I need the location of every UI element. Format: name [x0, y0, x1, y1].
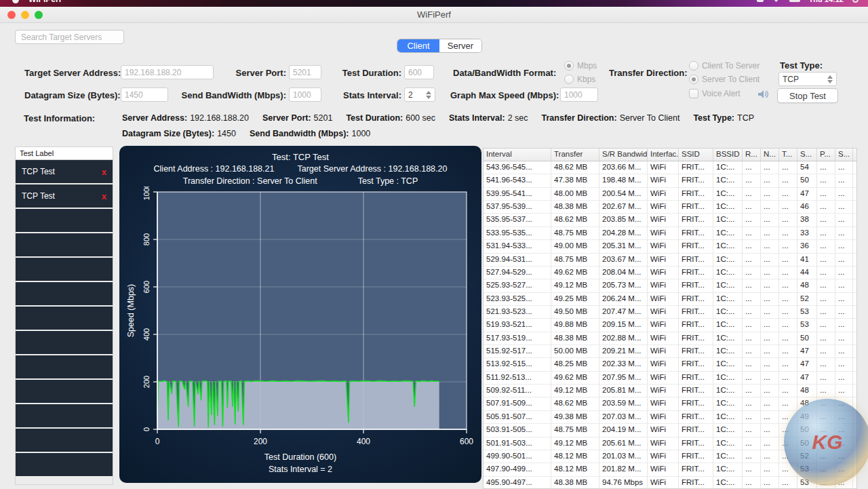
table-cell: 539.95-541... — [484, 188, 551, 200]
battery-icon[interactable] — [789, 0, 800, 2]
table-cell: ... — [743, 188, 761, 200]
table-cell: ... — [743, 411, 761, 423]
stats-interval-stepper-icon[interactable] — [423, 91, 431, 99]
table-cell: 47.38 MB — [551, 174, 599, 187]
table-cell: WiFi — [648, 424, 679, 436]
table-cell: ... — [835, 372, 853, 384]
server-port-field[interactable]: 5201 — [289, 65, 321, 79]
svg-text:Speed (Mbps): Speed (Mbps) — [126, 284, 136, 338]
remove-test-icon[interactable]: x — [102, 191, 106, 201]
radio-kbps[interactable] — [564, 75, 574, 84]
tab-client[interactable]: Client — [397, 39, 439, 52]
table-cell: ... — [779, 358, 797, 370]
radio-server-to-client[interactable] — [689, 75, 698, 84]
search-input[interactable] — [15, 30, 124, 44]
remove-test-icon[interactable]: x — [102, 167, 106, 177]
table-cell: ... — [817, 319, 835, 331]
graph-max-speed-field[interactable]: 1000 — [560, 87, 598, 102]
table-cell: 48.38 MB — [551, 332, 599, 345]
test-list-empty-row — [16, 429, 113, 453]
table-cell: 1C:... — [713, 437, 743, 450]
table-header-cell[interactable]: Interval — [484, 149, 551, 161]
table-cell: 47 — [797, 188, 817, 200]
table-cell: 50.00 MB — [551, 345, 599, 357]
table-cell: FRIT... — [679, 358, 713, 370]
table-header-row: IntervalTransferS/R BandwidthInterfac...… — [484, 149, 856, 161]
datagram-size-field[interactable]: 1450 — [121, 87, 168, 102]
table-cell: ... — [817, 214, 835, 226]
test-duration-field[interactable]: 600 — [404, 65, 434, 79]
test-list-item[interactable]: TCP Testx — [16, 160, 113, 184]
table-cell: ... — [835, 254, 853, 266]
spotlight-icon[interactable] — [852, 0, 859, 3]
radio-mbps[interactable] — [564, 61, 574, 71]
test-info-pair: Server Address:192.168.188.20 — [122, 113, 249, 123]
table-header-cell[interactable]: Transfer — [551, 149, 599, 161]
table-cell: 1C:... — [713, 161, 743, 174]
table-cell: ... — [761, 306, 779, 318]
voice-alert-label: Voice Alert — [702, 89, 741, 98]
table-cell: WiFi — [648, 214, 679, 226]
table-cell: ... — [779, 332, 797, 345]
menu-bar-app-name[interactable]: WiFiPerf — [28, 0, 62, 4]
table-cell: ... — [761, 319, 779, 331]
table-cell: 1C:... — [713, 254, 743, 266]
table-cell: WiFi — [648, 463, 679, 475]
table-cell: WiFi — [648, 358, 679, 370]
table-cell: 1C:... — [713, 450, 743, 463]
svg-text:0: 0 — [155, 437, 160, 446]
test-info-pair: Transfer Direction:Server To Client — [542, 113, 680, 123]
test-info-line2: Datagram Size (Bytes):1450Send Bandwidth… — [122, 129, 370, 138]
table-cell: 525.93-527... — [484, 279, 551, 292]
table-header-cell[interactable]: P... — [817, 149, 835, 161]
apple-menu-icon[interactable] — [12, 0, 19, 3]
stats-interval-stepper[interactable]: 2 — [404, 87, 435, 102]
table-cell: FRIT... — [679, 437, 713, 450]
table-cell: 205.61 M... — [599, 437, 648, 450]
table-cell: ... — [817, 358, 835, 370]
svg-text:200: 200 — [142, 376, 151, 388]
table-cell: 49.12 MB — [551, 279, 599, 292]
table-cell: FRIT... — [679, 306, 713, 318]
test-list-empty-row — [16, 355, 113, 380]
table-header-cell[interactable]: R... — [743, 149, 761, 161]
stop-test-button[interactable]: Stop Test — [777, 88, 838, 103]
graph-max-speed-label: Graph Max Speed (Mbps): — [450, 90, 557, 100]
control-center-icon[interactable] — [757, 0, 764, 2]
test-type-dropdown[interactable]: TCP — [778, 72, 837, 86]
menu-bar-clock[interactable]: Thu 14:12 — [809, 0, 844, 3]
table-cell: WiFi — [648, 293, 679, 305]
table-cell: WiFi — [648, 174, 679, 187]
radio-client-to-server[interactable] — [689, 61, 698, 71]
table-row: 529.94-531...48.75 MB203.67 M...WiFiFRIT… — [484, 254, 856, 267]
table-cell: 501.91-503... — [484, 437, 551, 450]
send-bandwidth-field[interactable]: 1000 — [289, 87, 321, 102]
tab-server[interactable]: Server — [439, 39, 481, 52]
test-list-header[interactable]: Test Label — [16, 147, 113, 160]
client-server-segmented-control: Client Server — [397, 39, 482, 53]
table-header-cell[interactable]: S... — [797, 149, 817, 161]
graph-client-address: Client Address : 192.168.188.21 — [154, 164, 275, 174]
table-cell: 49.62 MB — [551, 267, 599, 279]
wifi-icon[interactable] — [772, 0, 781, 2]
test-list-item[interactable]: TCP Testx — [16, 184, 113, 209]
table-cell: ... — [779, 254, 797, 266]
table-cell: ... — [761, 293, 779, 305]
test-type-stepper-icon[interactable] — [825, 75, 833, 83]
table-cell: 48 — [797, 279, 817, 292]
table-header-cell[interactable]: Interfac... — [648, 149, 679, 161]
target-server-address-field[interactable]: 192.168.188.20 — [121, 65, 214, 79]
voice-alert-checkbox[interactable] — [689, 89, 698, 98]
bandwidth-format-label: Data/BandWidth Format: — [453, 68, 556, 78]
table-cell: 49.62 MB — [551, 372, 599, 384]
table-header-cell[interactable]: N... — [761, 149, 779, 161]
table-header-cell[interactable]: S/R Bandwidth — [599, 149, 648, 161]
table-header-cell[interactable]: S... — [835, 149, 853, 161]
table-header-cell[interactable]: SSID — [679, 149, 713, 161]
table-cell: 48.12 MB — [551, 463, 599, 475]
table-header-cell[interactable]: BSSID — [713, 149, 743, 161]
table-cell: FRIT... — [679, 174, 713, 187]
table-cell: FRIT... — [679, 463, 713, 475]
table-header-cell[interactable]: T... — [779, 149, 797, 161]
table-cell: ... — [743, 437, 761, 450]
